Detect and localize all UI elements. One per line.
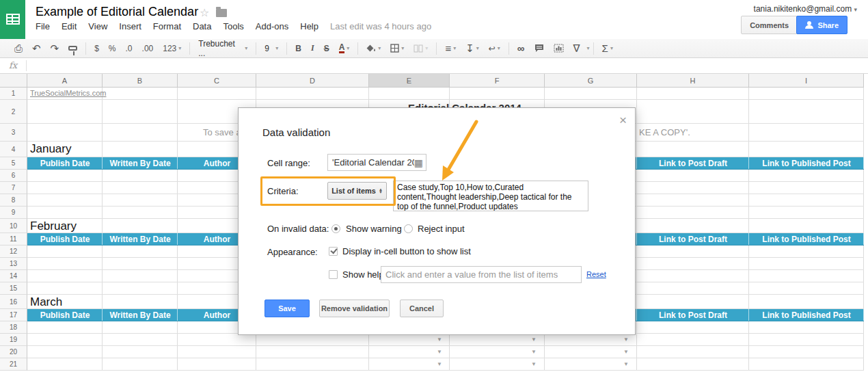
column-header-c[interactable]: C (178, 74, 256, 88)
document-title[interactable]: Example of Editorial Calendar (36, 5, 198, 19)
show-warning-radio[interactable] (331, 224, 340, 233)
share-button[interactable]: Share (796, 16, 847, 34)
site-link[interactable]: TrueSocialMetrics.com (30, 89, 106, 97)
borders-button[interactable]: ▾ (385, 44, 409, 53)
horizontal-align-button[interactable]: ≡▾ (440, 42, 461, 54)
menu-format[interactable]: Format (153, 21, 181, 31)
row-header-7[interactable]: 7 (0, 182, 27, 194)
fill-color-button[interactable]: ▾ (362, 44, 385, 53)
column-header-d[interactable]: D (256, 74, 369, 88)
functions-button[interactable]: Σ▾ (597, 42, 618, 54)
merge-cells-button[interactable]: ▾ (409, 44, 433, 53)
row-header-17[interactable]: 17 (0, 309, 27, 321)
cancel-button[interactable]: Cancel (400, 300, 444, 317)
in-cell-dropdown-icon[interactable]: ▼ (529, 334, 539, 345)
menu-view[interactable]: View (88, 21, 107, 31)
menu-addons[interactable]: Add-ons (256, 21, 288, 31)
format-currency-button[interactable]: $ (90, 44, 104, 53)
select-range-grid-icon[interactable]: ▦ (414, 158, 423, 168)
row-header-15[interactable]: 15 (0, 282, 27, 295)
font-size-select[interactable]: 9▾ (260, 44, 283, 53)
save-button[interactable]: Save (265, 300, 310, 317)
menu-tools[interactable]: Tools (223, 21, 243, 31)
last-edit-status[interactable]: Last edit was 4 hours ago (330, 21, 431, 31)
redo-icon[interactable]: ↷ (46, 42, 64, 55)
row-header-9[interactable]: 9 (0, 207, 27, 219)
print-icon[interactable]: ⎙ (10, 42, 27, 55)
column-header-g[interactable]: G (545, 74, 637, 88)
reset-link[interactable]: Reset (586, 270, 606, 278)
grid-row-21[interactable]: ▼ ▼ ▼ (27, 358, 864, 371)
filter-caret[interactable]: ▾ (587, 45, 590, 51)
sheets-logo[interactable] (0, 0, 25, 39)
column-header-a[interactable]: A (27, 74, 103, 88)
display-incell-checkbox[interactable] (329, 247, 338, 256)
reject-input-radio[interactable] (404, 224, 413, 233)
reject-input-label[interactable]: Reject input (418, 224, 465, 234)
row-header-13[interactable]: 13 (0, 258, 27, 270)
row-header-12[interactable]: 12 (0, 245, 27, 258)
folder-icon[interactable] (216, 9, 227, 17)
display-incell-label[interactable]: Display in-cell button to show list (342, 246, 471, 256)
bold-button[interactable]: B (290, 44, 306, 53)
remove-validation-button[interactable]: Remove validation (319, 300, 390, 317)
text-wrap-button[interactable]: ↩▾ (484, 44, 505, 53)
account-menu[interactable]: tania.nikitenko@gmail.com ▾ (754, 4, 857, 14)
star-icon[interactable]: ☆ (200, 6, 209, 19)
grid-row-1[interactable]: TrueSocialMetrics.com (27, 88, 864, 100)
increase-decimal-button[interactable]: .00 (137, 44, 159, 53)
row-header-16[interactable]: 16 (0, 295, 27, 309)
vertical-align-button[interactable]: ↧▾ (461, 42, 484, 55)
row-header-14[interactable]: 14 (0, 270, 27, 282)
criteria-items-textarea[interactable]: Case study,Top 10,How to,Curated content… (393, 181, 588, 211)
text-color-button[interactable]: A▾ (334, 44, 355, 53)
in-cell-dropdown-icon[interactable]: ▼ (621, 346, 631, 358)
in-cell-dropdown-icon[interactable]: ▼ (621, 334, 631, 345)
menu-insert[interactable]: Insert (119, 21, 141, 31)
column-header-h[interactable]: H (637, 74, 749, 88)
row-header-10[interactable]: 10 (0, 219, 27, 233)
grid-row-20[interactable]: ▼ ▼ ▼ (27, 346, 864, 358)
insert-comment-button[interactable] (530, 44, 549, 53)
font-family-select[interactable]: Trebuchet ...▾ (193, 39, 252, 58)
grid-row-19[interactable]: ▼ ▼ ▼ (27, 334, 864, 346)
row-header-20[interactable]: 20 (0, 346, 27, 358)
in-cell-dropdown-icon[interactable]: ▼ (435, 358, 444, 370)
decrease-decimal-button[interactable]: .0 (121, 44, 137, 53)
in-cell-dropdown-icon[interactable]: ▼ (435, 334, 444, 345)
cell-range-input[interactable] (332, 157, 414, 168)
in-cell-dropdown-icon[interactable]: ▼ (621, 358, 631, 370)
column-header-f[interactable]: F (450, 74, 545, 88)
strikethrough-button[interactable]: S (319, 44, 334, 53)
italic-button[interactable]: I (306, 43, 319, 53)
menu-data[interactable]: Data (193, 21, 211, 31)
comments-button[interactable]: Comments (741, 16, 798, 34)
in-cell-dropdown-icon[interactable]: ▼ (529, 346, 539, 358)
close-icon[interactable]: × (619, 114, 627, 127)
row-header-18[interactable]: 18 (0, 321, 27, 334)
row-header-5[interactable]: 5 (0, 157, 27, 170)
insert-link-button[interactable]: ∞ (513, 42, 530, 54)
menu-edit[interactable]: Edit (62, 21, 77, 31)
menu-file[interactable]: File (36, 21, 50, 31)
undo-icon[interactable]: ↶ (27, 42, 46, 55)
row-header-3[interactable]: 3 (0, 124, 27, 142)
format-percent-button[interactable]: % (104, 44, 121, 53)
row-header-11[interactable]: 11 (0, 233, 27, 245)
menu-help[interactable]: Help (300, 21, 318, 31)
show-warning-label[interactable]: Show warning (346, 224, 402, 234)
column-header-e[interactable]: E (369, 74, 450, 88)
row-header-2[interactable]: 2 (0, 100, 27, 124)
show-help-checkbox[interactable] (329, 270, 338, 279)
criteria-type-select[interactable]: List of items ▲▼ (327, 182, 387, 200)
insert-chart-button[interactable] (549, 44, 569, 53)
select-all-corner[interactable] (0, 74, 27, 88)
formula-bar[interactable]: fx (0, 58, 868, 74)
in-cell-dropdown-icon[interactable]: ▼ (435, 346, 444, 358)
row-header-4[interactable]: 4 (0, 142, 27, 157)
in-cell-dropdown-icon[interactable]: ▼ (529, 358, 539, 370)
column-header-i[interactable]: I (749, 74, 864, 88)
cell-range-field[interactable]: ▦ (327, 154, 426, 171)
row-header-6[interactable]: 6 (0, 170, 27, 182)
row-header-8[interactable]: 8 (0, 194, 27, 207)
